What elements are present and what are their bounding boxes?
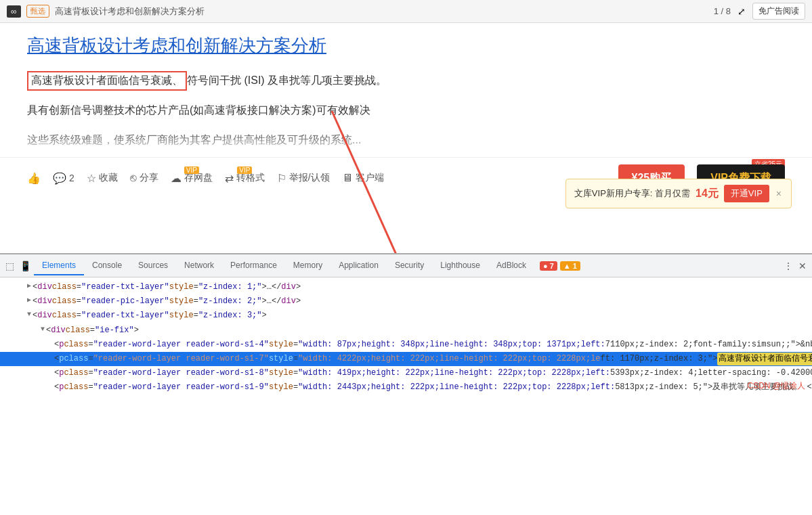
vip-tag-2: VIP xyxy=(237,166,252,174)
content-area: 高速背板设计考虑和创新解决方案分析 高速背板设计者面临信号衰减、符号间干扰 (I… xyxy=(0,23,812,157)
report-button[interactable]: ⚐ 举报/认领 xyxy=(277,172,330,185)
vip-banner-price: 14元 xyxy=(696,187,719,201)
tab-memory[interactable]: Memory xyxy=(285,256,330,275)
vip-banner-close-button[interactable]: × xyxy=(775,188,783,199)
convert-label: 转格式 xyxy=(236,172,265,184)
vip-tag-1: VIP xyxy=(184,166,199,174)
report-icon: ⚐ xyxy=(277,172,286,185)
devtools-close-icon[interactable]: ✕ xyxy=(796,258,809,274)
comment-icon: 💬 xyxy=(53,172,66,185)
thumb-up-icon: 👍 xyxy=(27,172,41,185)
highlighted-text: 高速背板设计者面临信号衰减、 xyxy=(27,71,187,91)
article-text-2: 具有创新信号调整技术的芯片产品(如高速背板接口解决方案)可有效解决 xyxy=(27,104,370,116)
dom-line-2: ▶ <div class="reader-pic-layer" style="z… xyxy=(0,294,812,309)
dom-line-7: <p class="reader-word-layer reader-word-… xyxy=(0,366,812,380)
page-total: 8 xyxy=(726,6,731,16)
vip-banner: 文库VIP新用户专享: 首月仅需 14元 开通VIP × xyxy=(565,179,792,208)
tab-sources[interactable]: Sources xyxy=(130,256,176,275)
dom-line-5: <p class="reader-word-layer reader-word-… xyxy=(0,338,812,352)
comment-button[interactable]: 💬 2 xyxy=(53,172,74,185)
article-text-suffix: 符号间干扰 (ISI) 及串扰等几项主要挑战。 xyxy=(187,74,387,86)
selected-text-highlight: 高速背板设计者面临信号衰减、符号间干扰 xyxy=(717,353,812,365)
tab-elements[interactable]: Elements xyxy=(34,256,84,275)
devtools-device-icon[interactable]: 📱 xyxy=(17,258,34,274)
devtools-badges: ● 7 ▲ 1 xyxy=(540,261,580,271)
collapse-arrow-2[interactable]: ▶ xyxy=(27,295,31,306)
client-label: 客户端 xyxy=(356,172,384,184)
logo: ∞ xyxy=(7,5,21,18)
collapse-arrow-4[interactable]: ▼ xyxy=(41,324,45,335)
tab-lighthouse[interactable]: Lighthouse xyxy=(432,256,488,275)
collapse-arrow-3[interactable]: ▼ xyxy=(27,309,31,320)
article-first-paragraph: 高速背板设计者面临信号衰减、符号间干扰 (ISI) 及串扰等几项主要挑战。 xyxy=(27,71,785,91)
top-bar-right: 1 / 8 ⤢ 免广告阅读 xyxy=(714,3,805,20)
tab-adblock[interactable]: AdBlock xyxy=(488,256,534,275)
article-second-paragraph: 具有创新信号调整技术的芯片产品(如高速背板接口解决方案)可有效解决 xyxy=(27,101,785,120)
tab-performance[interactable]: Performance xyxy=(222,256,285,275)
collapse-arrow-1[interactable]: ▶ xyxy=(27,281,31,292)
top-bar-left: ∞ 甄选 高速背板设计考虑和创新解决方案分析 xyxy=(7,5,205,18)
vip-open-button[interactable]: 开通VIP xyxy=(724,185,769,202)
devtools-more-icon[interactable]: ⋮ xyxy=(781,258,796,274)
vip-banner-text: 文库VIP新用户专享: 首月仅需 xyxy=(574,187,690,200)
ad-free-button[interactable]: 免广告阅读 xyxy=(752,3,805,20)
client-icon: 🖥 xyxy=(342,172,353,184)
report-label: 举报/认领 xyxy=(289,172,330,184)
devtools-tabs: ⬚ 📱 Elements Console Sources Network Per… xyxy=(0,254,812,277)
storage-label: 存网盘 xyxy=(184,172,213,184)
fullscreen-icon[interactable]: ⤢ xyxy=(738,6,746,17)
error-badge: ● 7 xyxy=(540,261,557,271)
dom-line-6-selected[interactable]: <p class="reader-word-layer reader-word-… xyxy=(0,352,812,366)
collect-label: 收藏 xyxy=(99,172,118,184)
comment-count: 2 xyxy=(69,173,74,183)
share-icon: ⎋ xyxy=(130,172,137,184)
like-button[interactable]: 👍 xyxy=(27,172,41,185)
devtools-content[interactable]: ▶ <div class="reader-txt-layer" style="z… xyxy=(0,277,812,463)
dom-line-4: ▼ <div class="ie-fix" > xyxy=(0,323,812,338)
main-wrapper: ∞ 甄选 高速背板设计考虑和创新解决方案分析 1 / 8 ⤢ 免广告阅读 高速背… xyxy=(0,0,812,463)
csdn-watermark: CSDN @懦涂人 xyxy=(747,380,805,392)
client-button[interactable]: 🖥 客户端 xyxy=(342,172,384,184)
dom-line-1: ▶ <div class="reader-txt-layer" style="z… xyxy=(0,280,812,294)
collect-button[interactable]: ☆ 收藏 xyxy=(87,172,118,185)
page-current: 1 xyxy=(714,6,719,16)
tag-label: 甄选 xyxy=(26,5,49,18)
devtools-inspect-icon[interactable]: ⬚ xyxy=(3,258,17,274)
article-third-paragraph: 这些系统级难题，使系统厂商能为其客户提供高性能及可升级的系统... xyxy=(27,131,785,150)
article-title: 高速背板设计考虑和创新解决方案分析 xyxy=(27,33,785,58)
warn-badge: ▲ 1 xyxy=(560,261,580,271)
page-indicator: 1 / 8 xyxy=(714,6,731,16)
tab-application[interactable]: Application xyxy=(330,256,387,275)
convert-icon: ⇄ xyxy=(225,172,234,185)
tab-security[interactable]: Security xyxy=(387,256,432,275)
dom-line-8: <p class="reader-word-layer reader-word-… xyxy=(0,380,812,395)
blur-overlay xyxy=(27,131,785,150)
top-bar: ∞ 甄选 高速背板设计考虑和创新解决方案分析 1 / 8 ⤢ 免广告阅读 xyxy=(0,0,812,23)
share-button[interactable]: ⎋ 分享 xyxy=(130,172,158,184)
devtools-panel: ⬚ 📱 Elements Console Sources Network Per… xyxy=(0,253,812,463)
convert-button[interactable]: VIP ⇄ 转格式 xyxy=(225,172,265,185)
content-wrapper: 高速背板设计考虑和创新解决方案分析 高速背板设计者面临信号衰减、符号间干扰 (I… xyxy=(0,23,812,253)
dom-line-3: ▼ <div class="reader-txt-layer" style="z… xyxy=(0,309,812,323)
cloud-icon: ☁ xyxy=(171,172,181,185)
share-label: 分享 xyxy=(140,172,158,184)
tab-console[interactable]: Console xyxy=(84,256,130,275)
storage-button[interactable]: VIP ☁ 存网盘 xyxy=(171,172,213,185)
star-icon: ☆ xyxy=(87,172,96,185)
document-title: 高速背板设计考虑和创新解决方案分析 xyxy=(55,5,205,18)
tab-network[interactable]: Network xyxy=(176,256,222,275)
